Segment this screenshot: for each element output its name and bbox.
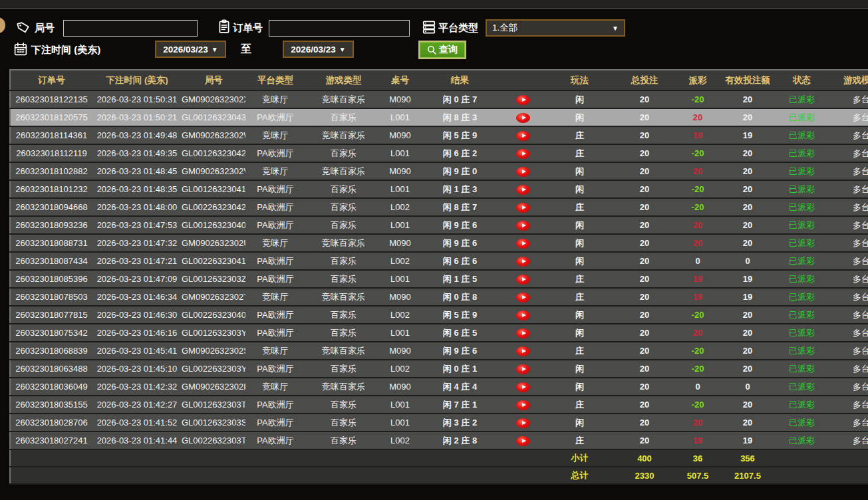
col-header-status: 状态 — [774, 70, 829, 90]
cell-order-no: 260323018036049 — [10, 378, 92, 396]
table-row[interactable]: 2603230180778152026-03-23 01:46:30GL0022… — [10, 306, 868, 324]
cell-game-type: 竞咪百家乐 — [305, 342, 382, 360]
table-row[interactable]: 2603230181028822026-03-23 01:48:45GM0902… — [10, 162, 868, 180]
sidebar-toggle-button[interactable] — [0, 17, 5, 33]
replay-button[interactable] — [516, 149, 530, 159]
cell-payout: 0 — [674, 252, 721, 270]
date-from-picker[interactable]: 2026/03/23 ▼ — [155, 41, 226, 58]
cell-game-mode: 多台 — [829, 216, 868, 234]
query-button[interactable]: 查询 — [418, 41, 466, 59]
replay-button[interactable] — [516, 364, 530, 374]
platform-type-select[interactable]: 1.全部 ▼ — [486, 19, 625, 37]
replay-button[interactable] — [516, 436, 530, 446]
replay-button[interactable] — [516, 185, 530, 195]
replay-button[interactable] — [516, 239, 530, 249]
table-row[interactable]: 2603230181121192026-03-23 01:49:35GL0012… — [10, 144, 868, 162]
replay-button[interactable] — [516, 346, 530, 356]
replay-button[interactable] — [516, 275, 530, 285]
chevron-down-icon: ▼ — [339, 46, 346, 53]
replay-button[interactable] — [516, 257, 530, 267]
grand-total-valid-bet: 2107.5 — [721, 467, 774, 484]
cell-total-bet: 20 — [615, 324, 674, 342]
table-row[interactable]: 2603230180287062026-03-23 01:41:52GL0012… — [10, 414, 868, 432]
cell-result: 闲 0 庄 1 — [418, 360, 502, 378]
cell-valid-bet: 20 — [721, 216, 774, 234]
replay-button[interactable] — [516, 400, 530, 410]
table-row[interactable]: 2603230180753422026-03-23 01:46:16GL0012… — [10, 324, 868, 342]
grand-total-label: 总计 — [545, 467, 615, 484]
cell-status: 已派彩 — [774, 90, 829, 108]
cell-payout: -20 — [674, 342, 721, 360]
game-no-input[interactable] — [63, 20, 198, 37]
table-row[interactable]: 2603230180272412026-03-23 01:41:44GL0022… — [10, 432, 868, 449]
cell-game-mode: 多台 — [829, 432, 868, 449]
replay-button[interactable] — [516, 293, 530, 303]
cell-valid-bet: 20 — [721, 414, 774, 432]
cell-table-no: L002 — [382, 432, 418, 449]
table-row[interactable]: 2603230180932362026-03-23 01:47:53GL0012… — [10, 216, 868, 234]
cell-platform-type: PA欧洲厅 — [245, 270, 305, 288]
col-header-game-no: 局号 — [182, 70, 245, 90]
replay-button[interactable] — [516, 382, 530, 392]
table-row[interactable]: 2603230181205752026-03-23 01:50:21GL0012… — [10, 108, 868, 126]
cell-result: 闲 9 庄 0 — [418, 162, 502, 180]
cell-play-type: 庄 — [545, 396, 615, 414]
replay-button[interactable] — [516, 113, 530, 123]
table-row[interactable]: 2603230180853962026-03-23 01:47:09GL0012… — [10, 270, 868, 288]
table-row[interactable]: 2603230180874342026-03-23 01:47:21GL0022… — [10, 252, 868, 270]
cell-status: 已派彩 — [774, 162, 829, 180]
cell-table-no: L002 — [382, 306, 418, 324]
replay-button[interactable] — [516, 95, 530, 105]
col-header-replay — [502, 70, 545, 90]
table-row[interactable]: 2603230180887312026-03-23 01:47:32GM0902… — [10, 234, 868, 252]
cell-game-no: GM0902632302S — [182, 342, 245, 360]
cell-bet-time: 2026-03-23 01:41:52 — [92, 414, 182, 432]
table-row[interactable]: 2603230180351552026-03-23 01:42:27GL0012… — [10, 396, 868, 414]
cell-order-no: 260323018035155 — [10, 396, 92, 414]
calendar-icon — [13, 42, 28, 57]
cell-platform-type: PA欧洲厅 — [245, 396, 305, 414]
cell-result: 闲 7 庄 1 — [418, 396, 502, 414]
table-row[interactable]: 2603230181012322026-03-23 01:48:35GL0012… — [10, 180, 868, 198]
cell-table-no: L001 — [382, 270, 418, 288]
replay-button[interactable] — [516, 328, 530, 338]
subtotal-payout: 36 — [674, 449, 721, 467]
cell-platform-type: PA欧洲厅 — [245, 414, 305, 432]
cell-valid-bet: 20 — [721, 162, 774, 180]
cell-game-mode: 多台 — [829, 234, 868, 252]
server-icon — [422, 20, 436, 35]
table-row[interactable]: 2603230180688392026-03-23 01:45:41GM0902… — [10, 342, 868, 360]
cell-result: 闲 6 庄 5 — [418, 324, 502, 342]
replay-button[interactable] — [516, 203, 530, 213]
table-row[interactable]: 2603230181221352026-03-23 01:50:31GM0902… — [10, 90, 868, 108]
date-to-picker[interactable]: 2026/03/23 ▼ — [283, 41, 354, 58]
replay-button[interactable] — [516, 167, 530, 177]
cell-bet-time: 2026-03-23 01:47:09 — [92, 270, 182, 288]
replay-button[interactable] — [516, 221, 530, 231]
cell-valid-bet: 20 — [721, 90, 774, 108]
cell-game-mode: 多台 — [829, 126, 868, 144]
table-row[interactable]: 2603230180946682026-03-23 01:48:00GL0022… — [10, 198, 868, 216]
cell-game-mode: 多台 — [829, 144, 868, 162]
cell-table-no: M090 — [382, 288, 418, 306]
table-row[interactable]: 2603230180634882026-03-23 01:45:10GL0022… — [10, 360, 868, 378]
order-no-input[interactable] — [269, 20, 410, 37]
cell-bet-time: 2026-03-23 01:45:10 — [92, 360, 182, 378]
table-row[interactable]: 2603230180785032026-03-23 01:46:34GM0902… — [10, 288, 868, 306]
cell-result: 闲 2 庄 8 — [418, 432, 502, 449]
cell-game-type: 竞咪百家乐 — [305, 90, 382, 108]
cell-valid-bet: 20 — [721, 144, 774, 162]
cell-result: 闲 0 庄 8 — [418, 288, 502, 306]
cell-result: 闲 9 庄 6 — [418, 234, 502, 252]
cell-payout: -20 — [674, 198, 721, 216]
table-row[interactable]: 2603230181143612026-03-23 01:49:48GM0902… — [10, 126, 868, 144]
cell-play-type: 闲 — [545, 180, 615, 198]
replay-button[interactable] — [516, 418, 530, 428]
cell-result: 闲 0 庄 7 — [418, 90, 502, 108]
top-strip — [0, 0, 868, 9]
replay-button[interactable] — [516, 131, 530, 141]
replay-button[interactable] — [516, 311, 530, 320]
table-row[interactable]: 2603230180360492026-03-23 01:42:32GM0902… — [10, 378, 868, 396]
cell-valid-bet: 0 — [721, 378, 774, 396]
cell-play-type: 闲 — [545, 162, 615, 180]
